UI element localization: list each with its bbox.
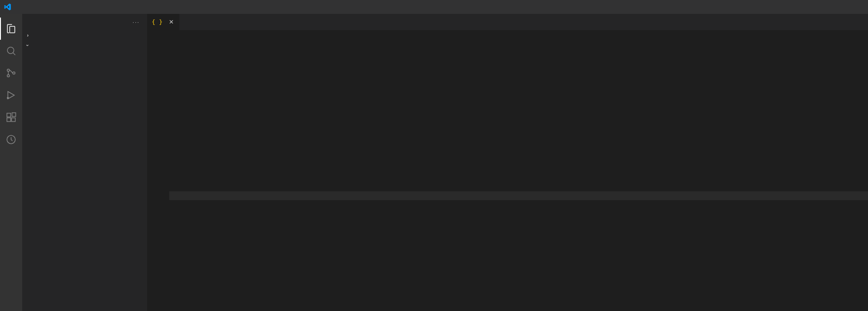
more-icon[interactable]: ··· (133, 19, 140, 25)
activity-remote-icon[interactable] (0, 128, 22, 151)
svg-point-2 (7, 75, 10, 77)
activity-scm-icon[interactable] (0, 62, 22, 84)
tabs: { } ✕ (147, 14, 868, 30)
vscode-logo-icon (4, 3, 11, 11)
svg-rect-8 (12, 113, 16, 116)
active-line-highlight (169, 191, 868, 200)
section-open-editors[interactable]: › (22, 30, 147, 40)
activity-search-icon[interactable] (0, 40, 22, 62)
svg-point-3 (13, 72, 15, 74)
file-json-icon: { } (152, 18, 162, 25)
svg-rect-7 (12, 118, 15, 122)
sidebar-header: ··· (22, 14, 147, 30)
activity-run-icon[interactable] (0, 84, 22, 106)
svg-point-0 (7, 47, 14, 54)
gutter (147, 42, 169, 311)
code[interactable] (169, 42, 868, 311)
section-project[interactable]: › (22, 40, 147, 50)
tab-credentials-json[interactable]: { } ✕ (147, 14, 180, 30)
close-icon[interactable]: ✕ (168, 18, 175, 25)
activity-explorer-icon[interactable] (0, 18, 22, 40)
svg-point-1 (7, 69, 10, 72)
breadcrumbs[interactable] (147, 30, 868, 42)
sidebar-explorer: ··· › › (22, 14, 147, 311)
chevron-right-icon: › (24, 32, 31, 38)
activitybar (0, 14, 22, 311)
chevron-down-icon: › (25, 42, 31, 49)
editor-area: { } ✕ (147, 14, 868, 311)
svg-rect-6 (7, 118, 11, 122)
svg-rect-5 (7, 113, 11, 117)
editor[interactable] (147, 42, 868, 311)
titlebar (0, 0, 868, 14)
activity-extensions-icon[interactable] (0, 106, 22, 128)
svg-point-4 (7, 98, 9, 99)
